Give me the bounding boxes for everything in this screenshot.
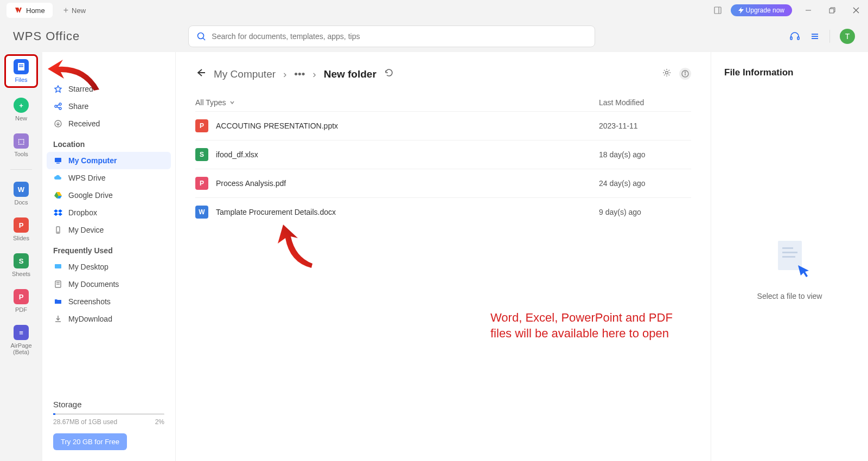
rail-separator	[10, 169, 32, 170]
chevron-right-icon: ›	[312, 68, 316, 80]
sidebar-item-starred[interactable]: Starred	[47, 80, 171, 98]
google-drive-icon	[53, 190, 63, 200]
sidebar-item-desktop[interactable]: My Desktop	[47, 258, 171, 276]
svg-rect-3	[829, 9, 834, 13]
file-type-icon: W	[195, 206, 208, 219]
svg-rect-35	[782, 247, 793, 249]
storage-section: Storage 28.67MB of 1GB used2% Try 20 GB …	[47, 395, 171, 454]
file-name: ACCOUTING PRESENTATION.pptx	[216, 121, 599, 130]
tab-new-label: New	[72, 7, 86, 15]
search-icon	[196, 31, 206, 41]
svg-point-16	[55, 105, 57, 107]
rail-docs[interactable]: W Docs	[11, 180, 31, 208]
sidebar-item-wps-drive[interactable]: WPS Drive	[47, 169, 171, 187]
column-date[interactable]: Last Modified	[599, 98, 691, 107]
search-box[interactable]	[188, 25, 595, 47]
left-rail: Files + New ⬚ Tools W Docs P Slides S Sh…	[0, 52, 42, 461]
svg-rect-8	[790, 37, 792, 40]
file-name: Tamplate Procurement Details.docx	[216, 208, 599, 216]
chevron-right-icon: ›	[283, 68, 286, 80]
sidebar-location-header: Location	[47, 132, 171, 152]
airpage-icon: ≡	[14, 325, 29, 340]
minimize-button[interactable]	[801, 3, 816, 18]
sidebar-item-my-device[interactable]: My Device	[47, 221, 171, 239]
svg-rect-23	[56, 163, 60, 164]
upgrade-button[interactable]: Upgrade now	[731, 4, 792, 16]
storage-upgrade-button[interactable]: Try 20 GB for Free	[53, 433, 127, 450]
rail-new[interactable]: + New	[11, 95, 31, 124]
plus-circle-icon: +	[14, 98, 29, 113]
file-name: ifood_df.xlsx	[216, 150, 599, 159]
svg-point-25	[58, 232, 59, 233]
menu-icon[interactable]	[810, 31, 820, 41]
sheets-icon: S	[14, 253, 29, 268]
storage-pct: 2%	[155, 418, 164, 426]
sidebar-item-screenshots[interactable]: Screenshots	[47, 293, 171, 310]
svg-line-7	[203, 38, 205, 40]
svg-rect-36	[782, 252, 797, 253]
back-button[interactable]	[195, 67, 206, 81]
sidebar-item-documents[interactable]: My Documents	[47, 276, 171, 293]
rail-tools[interactable]: ⬚ Tools	[11, 131, 31, 159]
filter-dropdown[interactable]: All Types	[195, 98, 599, 107]
breadcrumb-root[interactable]: My Computer	[214, 68, 276, 80]
divider	[829, 30, 830, 43]
svg-rect-0	[714, 7, 721, 14]
file-date: 2023-11-11	[599, 121, 691, 130]
tools-icon: ⬚	[14, 133, 29, 149]
settings-icon[interactable]	[662, 68, 672, 80]
file-row[interactable]: Sifood_df.xlsx18 day(s) ago	[195, 140, 691, 169]
files-icon	[14, 59, 29, 74]
storage-title: Storage	[53, 400, 164, 409]
sidebar-item-share[interactable]: Share	[47, 98, 171, 115]
sidebar-item-dropbox[interactable]: Dropbox	[47, 204, 171, 221]
svg-rect-26	[55, 264, 61, 268]
info-panel-title: File Information	[724, 67, 855, 78]
sidebar-item-download[interactable]: MyDownload	[47, 310, 171, 328]
rail-slides[interactable]: P Slides	[11, 215, 31, 244]
sidebar-item-google-drive[interactable]: Google Drive	[47, 187, 171, 204]
svg-rect-14	[19, 65, 23, 66]
star-icon	[53, 84, 63, 94]
rail-sheets[interactable]: S Sheets	[10, 251, 33, 279]
avatar[interactable]: T	[840, 29, 855, 44]
svg-point-30	[666, 72, 668, 74]
headset-icon[interactable]	[789, 31, 800, 42]
rail-pdf[interactable]: P PDF	[11, 287, 31, 315]
file-date: 18 day(s) ago	[599, 150, 691, 159]
search-input[interactable]	[212, 32, 587, 41]
refresh-button[interactable]	[384, 68, 394, 80]
received-icon	[53, 119, 63, 129]
desktop-icon	[53, 262, 63, 272]
tab-home[interactable]: Home	[7, 3, 53, 18]
info-icon[interactable]	[679, 68, 691, 80]
list-header: All Types Last Modified	[195, 98, 691, 111]
info-empty-text: Select a file to view	[757, 292, 822, 300]
sidebar-item-received[interactable]: Received	[47, 115, 171, 132]
close-button[interactable]	[848, 3, 864, 18]
breadcrumb-ellipsis[interactable]: •••	[294, 68, 305, 80]
svg-rect-22	[55, 158, 61, 162]
file-area: My Computer › ••• › New folder All Types…	[176, 52, 711, 461]
sidebar-item-my-computer[interactable]: My Computer	[47, 152, 171, 169]
svg-line-20	[57, 107, 59, 108]
rail-new-label: New	[15, 115, 27, 121]
device-icon	[53, 225, 63, 235]
file-name: Process Analysis.pdf	[216, 179, 599, 188]
svg-rect-15	[19, 66, 23, 67]
rail-files-label: Files	[15, 76, 27, 83]
rail-files[interactable]: Files	[4, 54, 38, 88]
document-icon	[53, 279, 63, 289]
maximize-button[interactable]	[825, 3, 840, 18]
rail-slides-label: Slides	[13, 235, 29, 241]
bolt-icon	[738, 7, 744, 14]
tab-new[interactable]: + New	[63, 5, 86, 15]
file-row[interactable]: WTamplate Procurement Details.docx9 day(…	[195, 197, 691, 226]
rail-airpage[interactable]: ≡ AirPage (Beta)	[8, 323, 34, 357]
file-row[interactable]: PProcess Analysis.pdf24 day(s) ago	[195, 169, 691, 197]
file-row[interactable]: PACCOUTING PRESENTATION.pptx2023-11-11	[195, 111, 691, 140]
empty-file-icon	[768, 235, 812, 279]
computer-icon	[53, 156, 63, 165]
panel-icon[interactable]	[713, 6, 722, 15]
share-icon	[53, 101, 63, 111]
